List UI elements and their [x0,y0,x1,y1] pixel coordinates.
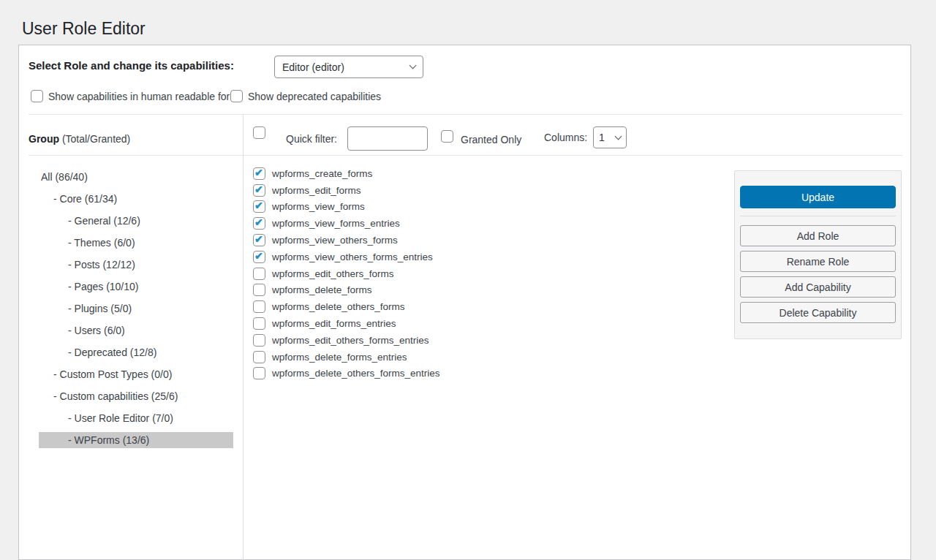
human-readable-label: Show capabilities in human readable form [48,91,238,102]
divider [29,155,902,156]
capability-checkbox[interactable] [253,167,265,180]
divider [740,216,896,216]
column-separator [243,115,244,560]
capability-label: wpforms_edit_others_forms [272,268,394,279]
capability-row: wpforms_view_others_forms_entries [253,249,440,265]
capability-checkbox[interactable] [253,184,265,197]
capability-row: wpforms_create_forms [253,165,440,182]
capability-label: wpforms_view_forms [272,201,365,212]
group-item-users[interactable]: - Users (6/0) [39,322,233,338]
select-role-label: Select Role and change its capabilities: [29,59,234,72]
group-header-label: Group (Total/Granted) [29,133,130,145]
quick-filter-input[interactable] [347,126,428,151]
capability-label: wpforms_delete_others_forms_entries [272,368,440,379]
columns-select[interactable]: 1 [593,126,627,148]
capability-checkbox[interactable] [253,251,265,263]
columns-label: Columns: [544,132,587,143]
user-role-editor-panel: Select Role and change its capabilities:… [18,45,911,560]
capability-label: wpforms_edit_others_forms_entries [272,335,429,346]
group-item-themes[interactable]: - Themes (6/0) [39,235,233,251]
capabilities-list: wpforms_create_forms wpforms_edit_forms … [253,165,440,382]
group-item-all[interactable]: All (86/40) [39,169,233,185]
capability-checkbox[interactable] [253,351,265,363]
add-capability-button[interactable]: Add Capability [740,276,896,298]
capability-checkbox[interactable] [253,367,265,379]
group-item-pages[interactable]: - Pages (10/10) [39,279,233,295]
capability-label: wpforms_view_others_forms_entries [272,251,433,262]
capability-row: wpforms_edit_forms [253,182,440,199]
rename-role-button[interactable]: Rename Role [740,251,896,272]
chevron-down-icon [615,132,622,140]
capability-label: wpforms_delete_others_forms [272,301,405,312]
chevron-down-icon [410,62,417,69]
show-deprecated-label: Show deprecated capabilities [248,91,381,102]
capability-checkbox[interactable] [253,300,265,313]
capability-row: wpforms_delete_others_forms [253,298,440,315]
capability-label: wpforms_edit_forms [272,185,361,196]
groups-tree: All (86/40) - Core (61/34) - General (12… [39,169,233,454]
human-readable-option: Show capabilities in human readable form [31,90,238,102]
capability-row: wpforms_view_forms [253,199,440,216]
capability-label: wpforms_delete_forms_entries [272,352,407,363]
add-role-button[interactable]: Add Role [740,225,896,246]
group-item-user-role-editor[interactable]: - User Role Editor (7/0) [39,410,233,426]
granted-only-label: Granted Only [461,134,521,145]
group-header-suffix: (Total/Granted) [59,133,130,145]
capability-row: wpforms_delete_forms [253,282,440,299]
role-select-value: Editor (editor) [282,61,344,73]
capability-checkbox[interactable] [253,200,265,213]
group-item-deprecated[interactable]: - Deprecated (12/8) [39,344,233,360]
capability-row: wpforms_delete_others_forms_entries [253,366,440,382]
group-item-core[interactable]: - Core (61/34) [39,191,233,207]
capability-row: wpforms_edit_others_forms [253,265,440,282]
capability-checkbox[interactable] [253,217,265,230]
group-item-custom-post-types[interactable]: - Custom Post Types (0/0) [39,366,233,382]
actions-panel: Update Add Role Rename Role Add Capabili… [734,170,902,339]
show-deprecated-option: Show deprecated capabilities [230,90,381,102]
capability-checkbox[interactable] [253,234,265,246]
group-header-bold: Group [29,133,59,145]
show-deprecated-checkbox[interactable] [230,90,243,102]
capability-row: wpforms_edit_forms_entries [253,315,440,332]
group-item-wpforms[interactable]: - WPForms (13/6) [39,432,233,448]
capability-label: wpforms_create_forms [272,168,372,179]
capability-label: wpforms_view_forms_entries [272,218,400,229]
capability-row: wpforms_edit_others_forms_entries [253,332,440,349]
human-readable-checkbox[interactable] [31,90,43,102]
group-item-custom-capabilities[interactable]: - Custom capabilities (25/6) [39,388,233,404]
group-item-general[interactable]: - General (12/6) [39,213,233,229]
capability-label: wpforms_view_others_forms [272,235,398,246]
capability-row: wpforms_view_forms_entries [253,215,440,232]
group-item-posts[interactable]: - Posts (12/12) [39,257,233,273]
group-item-plugins[interactable]: - Plugins (5/0) [39,300,233,317]
columns-select-value: 1 [599,132,605,143]
capability-label: wpforms_edit_forms_entries [272,318,396,329]
capability-row: wpforms_view_others_forms [253,232,440,249]
quick-filter-label: Quick filter: [286,133,337,145]
capability-checkbox[interactable] [253,334,265,347]
granted-only-checkbox[interactable] [441,130,453,143]
delete-capability-button[interactable]: Delete Capability [740,302,896,323]
role-select[interactable]: Editor (editor) [274,56,423,78]
page-title: User Role Editor [22,18,146,39]
select-all-checkbox[interactable] [253,126,265,139]
capability-checkbox[interactable] [253,317,265,330]
capability-row: wpforms_delete_forms_entries [253,349,440,366]
capability-checkbox[interactable] [253,284,265,296]
divider [29,114,902,115]
capability-checkbox[interactable] [253,268,265,280]
update-button[interactable]: Update [740,186,896,208]
capability-label: wpforms_delete_forms [272,284,372,295]
